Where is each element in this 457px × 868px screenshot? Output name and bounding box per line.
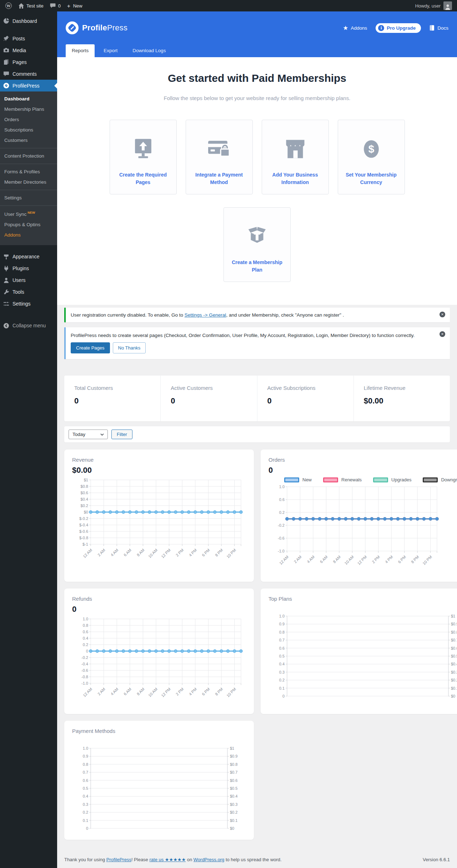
submenu-item-membership-plans[interactable]: Membership Plans [0,104,57,114]
filter-button[interactable]: Filter [111,430,132,439]
dismiss-notice-icon[interactable]: ✕ [440,331,445,337]
sidebar-item-pages[interactable]: Pages [0,56,57,68]
admin-sidebar: Dashboard Posts Media Pages Comments Pro… [0,11,57,868]
card-label: Create a Membership Plan [228,259,286,274]
svg-text:2 AM: 2 AM [97,687,106,696]
legend-swatch [323,477,338,482]
svg-text:6 PM: 6 PM [201,687,211,696]
tab-export[interactable]: Export [97,44,124,57]
brand-name: ProfilePress [82,23,127,33]
legend-label: Upgrades [391,477,411,482]
svg-text:$-0.6: $-0.6 [79,529,88,534]
svg-text:-0.8: -0.8 [81,675,88,679]
svg-text:0.2: 0.2 [83,810,88,814]
submenu-item-orders[interactable]: Orders [0,114,57,125]
svg-text:0.4: 0.4 [83,794,88,798]
sidebar-item-settings[interactable]: Settings [0,298,57,310]
card-create-required-pages[interactable]: Create the Required Pages [110,120,177,194]
svg-text:$0.1: $0.1 [230,818,237,823]
revenue-chart-card: Revenue $0.00 $1$0.8$0.6$0.4$0.2$0$-0.2$… [64,450,254,582]
submenu-item-content-protection[interactable]: Content Protection [0,151,57,161]
sidebar-item-users[interactable]: Users [0,274,57,286]
svg-text:-1.0: -1.0 [278,549,285,553]
date-range-select[interactable]: Today [69,430,108,439]
sidebar-collapse-menu[interactable]: Collapse menu [0,320,57,332]
submenu-item-addons[interactable]: Addons [0,230,57,240]
card-create-membership-plan[interactable]: Create a Membership Plan [224,207,291,282]
submenu-item-dashboard[interactable]: Dashboard [0,94,57,104]
svg-text:8 PM: 8 PM [410,555,420,564]
submenu-item-member-directories[interactable]: Member Directories [0,177,57,187]
orders-chart: NewRenewalsUpgradesDowngrades1.00.60.2-0… [268,477,457,575]
submenu-item-customers[interactable]: Customers [0,135,57,145]
create-pages-notice: ProfilePress needs to create several pag… [64,327,450,359]
legend-item[interactable]: Upgrades [373,477,411,482]
site-name-link[interactable]: Test site [15,0,47,11]
sidebar-item-dashboard[interactable]: Dashboard [0,15,57,27]
docs-link[interactable]: Docs [430,25,448,31]
submenu-item-subscriptions[interactable]: Subscriptions [0,125,57,135]
svg-text:0.3: 0.3 [279,670,285,674]
legend-item[interactable]: Downgrades [423,477,457,482]
howdy-user-link[interactable]: Howdy, user [415,3,441,9]
svg-text:0.2: 0.2 [279,510,285,515]
submenu-item-user-sync[interactable]: User SyncNEW [0,208,57,219]
svg-text:$0.4: $0.4 [451,662,457,666]
stat-value: $0.00 [364,396,440,406]
svg-text:-0.6: -0.6 [81,668,88,673]
tab-download-logs[interactable]: Download Logs [126,44,172,57]
svg-text:$1: $1 [451,614,455,618]
tab-reports[interactable]: Reports [66,44,95,57]
plugin-icon [3,266,9,272]
sidebar-item-posts[interactable]: Posts [0,33,57,44]
dismiss-notice-icon[interactable]: ✕ [440,312,445,317]
profilepress-brand[interactable]: ProfilePress [66,21,127,34]
new-content-button[interactable]: + New [64,0,86,11]
payment-methods-chart: 1.0$10.9$0.90.8$0.80.7$0.70.6$0.60.5$0.5… [72,746,246,833]
rate-us-link[interactable]: rate us ★★★★★ [149,857,186,862]
settings-general-link[interactable]: Settings -> General [185,312,226,318]
addons-link[interactable]: ★ Addons [343,25,367,31]
card-integrate-payment-method[interactable]: Integrate a Payment Method [186,120,253,194]
sidebar-item-comments[interactable]: Comments [0,68,57,80]
svg-text:8 AM: 8 AM [332,555,341,564]
legend-item[interactable]: New [284,477,312,482]
submenu-item-forms-profiles[interactable]: Forms & Profiles [0,167,57,177]
submenu-item-settings[interactable]: Settings [0,193,57,203]
storefront-icon [283,138,308,160]
no-thanks-button[interactable]: No Thanks [113,342,146,353]
svg-text:2 PM: 2 PM [175,687,185,696]
sidebar-item-plugins[interactable]: Plugins [0,263,57,274]
svg-text:0.5: 0.5 [83,786,88,790]
sidebar-item-label: Media [12,48,26,53]
svg-text:2 AM: 2 AM [97,548,106,557]
sidebar-item-profilepress[interactable]: ProfilePress [0,80,57,91]
card-set-membership-currency[interactable]: $ Set Your Membership Currency [338,120,405,194]
getting-started-section: Get started with Paid Memberships Follow… [57,57,457,305]
sidebar-item-tools[interactable]: Tools [0,286,57,298]
stat-total-customers: Total Customers 0 [64,376,161,421]
create-pages-button[interactable]: Create Pages [71,342,110,353]
user-avatar[interactable] [443,1,452,10]
wordpress-org-link[interactable]: WordPress.org [194,857,224,862]
svg-text:-0.6: -0.6 [278,536,285,540]
svg-text:6 PM: 6 PM [397,555,407,564]
svg-text:$1: $1 [84,478,88,482]
svg-text:4 PM: 4 PM [188,687,198,696]
submenu-item-popups-optins[interactable]: Popups & Optins [0,219,57,230]
chevron-down-icon [100,433,104,436]
sidebar-item-media[interactable]: Media [0,44,57,56]
svg-text:$0.4: $0.4 [81,497,88,501]
sidebar-item-appearance[interactable]: Appearance [0,251,57,263]
stats-summary: Total Customers 0 Active Customers 0 Act… [64,376,450,421]
pro-upgrade-button[interactable]: i Pro Upgrade [376,23,421,33]
svg-text:$0.3: $0.3 [451,670,457,674]
card-label: Integrate a Payment Method [190,171,248,186]
legend-item[interactable]: Renewals [323,477,362,482]
svg-text:4 AM: 4 AM [306,555,315,564]
card-add-business-information[interactable]: Add Your Business Information [262,120,329,194]
profilepress-footer-link[interactable]: ProfilePress [106,857,131,862]
comments-link[interactable]: 0 [47,0,64,11]
admin-footer: Thank you for using ProfilePress! Please… [64,857,450,867]
wordpress-logo-menu[interactable]: W [2,0,15,11]
